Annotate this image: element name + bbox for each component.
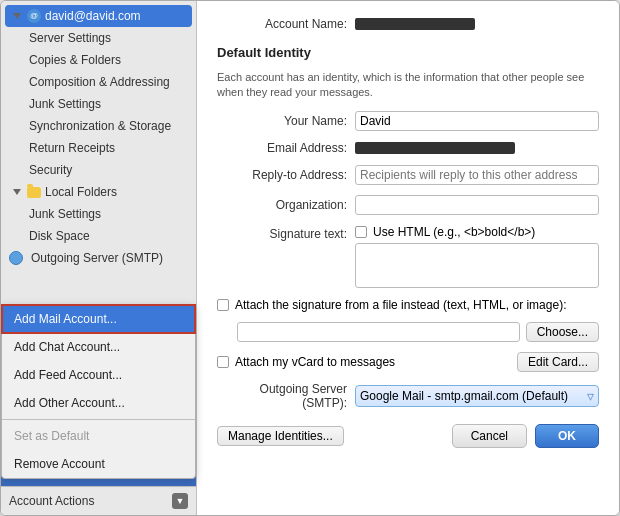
dropdown-divider [2, 419, 195, 420]
sidebar-item-return-receipts[interactable]: Return Receipts [1, 137, 196, 159]
sidebar-item-composition[interactable]: Composition & Addressing [1, 71, 196, 93]
expand-icon [13, 13, 21, 19]
edit-card-button[interactable]: Edit Card... [517, 352, 599, 372]
vcard-row: Attach my vCard to messages Edit Card... [217, 352, 599, 372]
dropdown-item-add-other[interactable]: Add Other Account... [2, 389, 195, 417]
sidebar-item-outgoing-smtp[interactable]: Outgoing Server (SMTP) [1, 247, 196, 269]
attach-sig-file-row: Choose... [237, 322, 599, 342]
smtp-chevron-icon: ▿ [587, 388, 594, 404]
sidebar-account-label: david@david.com [45, 7, 141, 25]
your-name-input[interactable] [355, 111, 599, 131]
attach-sig-checkbox[interactable] [217, 299, 229, 311]
email-address-row: Email Address: [217, 141, 599, 155]
signature-html-checkbox[interactable] [355, 226, 367, 238]
default-identity-title: Default Identity [217, 45, 599, 60]
organization-input[interactable] [355, 195, 599, 215]
attach-sig-row: Attach the signature from a file instead… [217, 298, 599, 312]
expand-local-icon [13, 189, 21, 195]
account-actions-chevron[interactable]: ▼ [172, 493, 188, 509]
account-name-row: Account Name: [217, 17, 599, 31]
signature-html-label: Use HTML (e.g., <b>bold</b>) [373, 225, 535, 239]
dropdown-item-add-feed[interactable]: Add Feed Account... [2, 361, 195, 389]
sidebar-item-security[interactable]: Security [1, 159, 196, 181]
outgoing-smtp-label: Outgoing Server (SMTP): [217, 382, 347, 410]
account-actions-label: Account Actions [9, 494, 94, 508]
reply-to-input[interactable] [355, 165, 599, 185]
dropdown-item-remove-account[interactable]: Remove Account [2, 450, 195, 478]
sidebar-item-disk-space[interactable]: Disk Space [1, 225, 196, 247]
globe-icon [9, 251, 23, 265]
organization-row: Organization: [217, 195, 599, 215]
choose-button[interactable]: Choose... [526, 322, 599, 342]
bottom-actions: Manage Identities... Cancel OK [217, 424, 599, 448]
default-identity-desc: Each account has an identity, which is t… [217, 70, 599, 101]
signature-text-row: Signature text: Use HTML (e.g., <b>bold<… [217, 225, 599, 288]
dropdown-item-add-chat[interactable]: Add Chat Account... [2, 333, 195, 361]
signature-textarea[interactable] [355, 243, 599, 288]
sidebar-item-server-settings[interactable]: Server Settings [1, 27, 196, 49]
main-panel: Account Name: Default Identity Each acco… [197, 1, 619, 515]
account-name-label: Account Name: [217, 17, 347, 31]
attach-sig-file-input[interactable] [237, 322, 520, 342]
email-address-label: Email Address: [217, 141, 347, 155]
signature-text-label: Signature text: [217, 225, 347, 241]
dropdown-item-add-mail[interactable]: Add Mail Account... [2, 305, 195, 333]
sidebar-item-sync-storage[interactable]: Synchronization & Storage [1, 115, 196, 137]
organization-label: Organization: [217, 198, 347, 212]
vcard-label: Attach my vCard to messages [235, 355, 511, 369]
account-icon: @ [27, 9, 41, 23]
account-actions-bar: Account Actions ▼ [1, 486, 196, 515]
sidebar-item-local-folders[interactable]: Local Folders [1, 181, 196, 203]
your-name-label: Your Name: [217, 114, 347, 128]
cancel-button[interactable]: Cancel [452, 424, 527, 448]
attach-sig-label: Attach the signature from a file instead… [235, 298, 566, 312]
account-name-censored [355, 18, 475, 30]
outgoing-smtp-value: Google Mail - smtp.gmail.com (Default) [360, 389, 568, 403]
dialog-buttons: Cancel OK [452, 424, 599, 448]
ok-button[interactable]: OK [535, 424, 599, 448]
account-actions-dropdown: Add Mail Account... Add Chat Account... … [1, 304, 196, 479]
vcard-checkbox[interactable] [217, 356, 229, 368]
folder-icon [27, 187, 41, 198]
sidebar-item-david-account[interactable]: @ david@david.com [5, 5, 192, 27]
reply-to-label: Reply-to Address: [217, 168, 347, 182]
dropdown-item-set-default[interactable]: Set as Default [2, 422, 195, 450]
manage-identities-button[interactable]: Manage Identities... [217, 426, 344, 446]
sidebar-item-copies-folders[interactable]: Copies & Folders [1, 49, 196, 71]
signature-html-row: Use HTML (e.g., <b>bold</b>) [355, 225, 599, 239]
outgoing-smtp-select[interactable]: Google Mail - smtp.gmail.com (Default) ▿ [355, 385, 599, 407]
reply-to-row: Reply-to Address: [217, 165, 599, 185]
your-name-row: Your Name: [217, 111, 599, 131]
outgoing-smtp-row: Outgoing Server (SMTP): Google Mail - sm… [217, 382, 599, 410]
sidebar-item-junk-settings[interactable]: Junk Settings [1, 93, 196, 115]
email-address-censored [355, 142, 515, 154]
sidebar-item-junk-settings-2[interactable]: Junk Settings [1, 203, 196, 225]
